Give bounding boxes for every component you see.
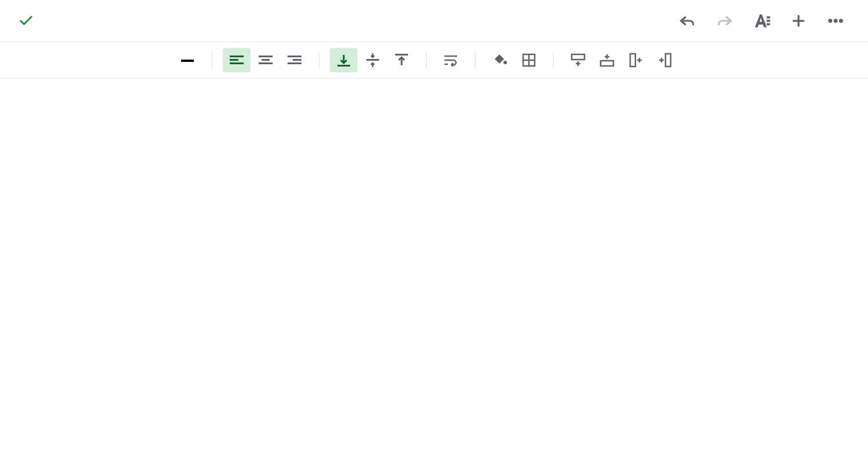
svg-rect-23 <box>665 54 671 67</box>
svg-rect-2 <box>767 24 770 25</box>
insert-column-left-button[interactable] <box>651 48 679 72</box>
svg-rect-11 <box>259 62 273 64</box>
fill-color-button[interactable] <box>486 48 514 72</box>
text-color-button[interactable] <box>174 48 201 72</box>
wrap-text-button[interactable] <box>437 48 465 72</box>
insert-column-right-button[interactable] <box>622 48 650 72</box>
svg-rect-17 <box>395 54 408 56</box>
separator <box>212 52 212 68</box>
svg-rect-16 <box>366 59 379 61</box>
separator <box>475 52 476 68</box>
align-left-button[interactable] <box>223 48 251 72</box>
valign-top-button[interactable] <box>330 48 358 72</box>
svg-rect-13 <box>293 59 301 61</box>
svg-rect-21 <box>601 61 613 66</box>
svg-point-4 <box>834 19 837 23</box>
svg-rect-1 <box>767 20 770 21</box>
redo-button[interactable] <box>714 10 735 31</box>
svg-rect-22 <box>630 54 635 67</box>
svg-rect-12 <box>288 56 301 57</box>
svg-point-18 <box>503 61 507 64</box>
svg-point-3 <box>829 19 832 23</box>
svg-rect-6 <box>230 56 244 57</box>
format-toolbar <box>0 42 868 79</box>
svg-rect-10 <box>262 59 270 61</box>
svg-rect-8 <box>230 62 244 64</box>
separator <box>553 52 554 68</box>
svg-rect-9 <box>259 56 273 57</box>
check-icon <box>17 12 35 29</box>
svg-rect-20 <box>572 54 584 60</box>
strikethrough-button[interactable] <box>145 48 172 72</box>
insert-row-below-button[interactable] <box>564 48 592 72</box>
borders-button[interactable] <box>515 48 543 72</box>
underline-button[interactable] <box>116 48 144 72</box>
undo-button[interactable] <box>677 10 698 31</box>
add-button[interactable] <box>788 10 809 31</box>
more-button[interactable] <box>825 10 846 31</box>
title-actions <box>677 10 846 31</box>
title-bar <box>0 0 868 42</box>
svg-point-5 <box>839 19 843 23</box>
bold-button[interactable] <box>58 48 86 72</box>
align-center-button[interactable] <box>252 48 279 72</box>
svg-rect-14 <box>288 62 301 64</box>
svg-rect-0 <box>767 17 770 18</box>
text-format-button[interactable] <box>751 10 772 31</box>
italic-button[interactable] <box>87 48 115 72</box>
svg-rect-15 <box>337 65 350 67</box>
align-right-button[interactable] <box>281 48 308 72</box>
separator <box>426 52 426 68</box>
valign-bottom-button[interactable] <box>388 48 415 72</box>
separator <box>319 52 319 68</box>
insert-row-above-button[interactable] <box>593 48 621 72</box>
valign-middle-button[interactable] <box>359 48 387 72</box>
svg-rect-7 <box>230 59 238 61</box>
